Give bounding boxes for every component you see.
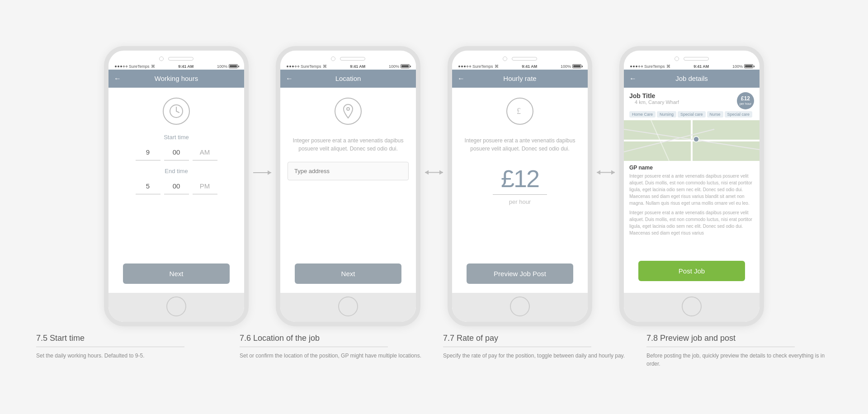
- screen-hourly: £ Integer posuere erat a ante venenatis …: [452, 88, 588, 293]
- header-title-2: Location: [335, 75, 361, 82]
- carrier-1: SureTemps: [129, 64, 150, 69]
- screen-location: Integer posuere erat a ante venenatis da…: [280, 88, 416, 293]
- signal-dots-2: [287, 66, 299, 67]
- carrier-3: SureTemps: [472, 64, 493, 69]
- back-arrow-1[interactable]: ←: [114, 75, 121, 83]
- d3: [292, 66, 294, 67]
- screen-job-details: Job Title 4 km, Canary Wharf £12 per hou…: [624, 88, 760, 293]
- d3: [464, 66, 466, 67]
- battery-pct-4: 100%: [732, 64, 743, 69]
- status-bar-2: SureTemps ⌘ 9:41 AM 100%: [280, 63, 416, 70]
- status-left-2: SureTemps ⌘: [287, 64, 327, 69]
- battery-icon-2: [401, 64, 410, 68]
- preview-job-button[interactable]: Preview Job Post: [467, 263, 573, 284]
- pound-icon: £: [506, 98, 533, 125]
- next-button-2[interactable]: Next: [295, 263, 401, 284]
- address-input[interactable]: [288, 162, 409, 180]
- camera-3: [503, 56, 507, 61]
- home-button-1[interactable]: [166, 296, 186, 316]
- signal-dots-4: [630, 66, 643, 67]
- back-arrow-2[interactable]: ←: [286, 75, 293, 83]
- phone-location: SureTemps ⌘ 9:41 AM 100% ← Location: [276, 46, 420, 326]
- desc-number-1: 7.5 Start time: [36, 334, 222, 343]
- location-pin-icon: [335, 98, 362, 125]
- start-time-row[interactable]: [108, 144, 244, 160]
- desc-block-4: 7.8 Preview job and post Before posting …: [637, 334, 841, 368]
- tag-specialcare2: Special care: [725, 111, 753, 118]
- arrow-line-2: [425, 172, 443, 173]
- end-hours-input[interactable]: [136, 178, 160, 194]
- d5: [297, 66, 299, 67]
- app-header-2: ← Location: [280, 70, 416, 88]
- job-location: 4 km, Canary Wharf: [629, 99, 684, 108]
- app-header-1: ← Working hours: [108, 70, 244, 88]
- d5: [641, 66, 643, 67]
- time-2: 9:41 AM: [350, 64, 365, 69]
- start-ampm-input[interactable]: [193, 144, 217, 160]
- status-left-4: SureTemps ⌘: [630, 64, 670, 69]
- svg-text:£: £: [517, 107, 521, 116]
- screen-working-hours: Start time End time Next: [108, 88, 244, 293]
- arrow-line-3: [597, 172, 615, 173]
- battery-icon-4: [744, 64, 753, 68]
- gp-description-2: Integer posuere erat a ante venenatis da…: [624, 207, 760, 236]
- desc-block-2: 7.6 Location of the job Set or confirm t…: [231, 334, 434, 368]
- time-3: 9:41 AM: [522, 64, 537, 69]
- battery-fill-2: [401, 65, 409, 67]
- home-button-2[interactable]: [338, 296, 358, 316]
- rate-underline: [493, 194, 547, 195]
- desc-divider-4: [646, 347, 795, 348]
- home-button-3[interactable]: [510, 296, 530, 316]
- time-1: 9:41 AM: [178, 64, 193, 69]
- status-left-1: SureTemps ⌘: [115, 64, 155, 69]
- desc-block-1: 7.5 Start time Set the daily working hou…: [27, 334, 231, 368]
- end-ampm-input[interactable]: [193, 178, 217, 194]
- rate-display: £12: [452, 157, 588, 193]
- dot4: [123, 66, 125, 67]
- job-title-row: Job Title 4 km, Canary Wharf £12 per hou…: [624, 88, 760, 111]
- location-icon-area: [280, 88, 416, 129]
- job-details-content: Job Title 4 km, Canary Wharf £12 per hou…: [624, 88, 760, 258]
- job-title: Job Title: [629, 92, 684, 99]
- arrow-line-1: [253, 172, 271, 173]
- phone-top-bar-1: [108, 51, 244, 63]
- end-time-row[interactable]: [108, 178, 244, 194]
- start-hours-input[interactable]: [136, 144, 160, 160]
- phone-working-hours-wrapper: SureTemps ⌘ 9:41 AM 100% ← Working hours: [104, 46, 276, 326]
- desc-divider-3: [443, 347, 591, 348]
- location-body-text: Integer posuere erat a ante venenatis da…: [280, 129, 416, 157]
- back-arrow-3[interactable]: ←: [458, 75, 465, 83]
- header-title-1: Working hours: [155, 75, 198, 82]
- battery-pct-1: 100%: [217, 64, 227, 69]
- header-title-4: Job details: [675, 75, 708, 82]
- start-minutes-input[interactable]: [164, 144, 189, 160]
- job-price-badge: £12 per hour: [737, 92, 754, 109]
- dot2: [118, 66, 119, 67]
- desc-number-4: 7.8 Preview job and post: [646, 334, 832, 343]
- camera-4: [675, 56, 679, 61]
- phones-row: SureTemps ⌘ 9:41 AM 100% ← Working hours: [0, 46, 868, 326]
- d1: [287, 66, 288, 67]
- end-minutes-input[interactable]: [164, 178, 189, 194]
- speaker-1: [168, 57, 193, 61]
- status-right-3: 100%: [561, 64, 581, 69]
- carrier-2: SureTemps: [301, 64, 321, 69]
- speaker-3: [512, 57, 537, 61]
- page-container: SureTemps ⌘ 9:41 AM 100% ← Working hours: [0, 46, 868, 368]
- tag-nursing: Nursing: [657, 111, 676, 118]
- home-button-4[interactable]: [682, 296, 702, 316]
- phone-top-bar-4: [624, 51, 760, 63]
- app-header-3: ← Hourly rate: [452, 70, 588, 88]
- signal-dots-3: [458, 66, 471, 67]
- post-job-button[interactable]: Post Job: [638, 261, 745, 281]
- desc-divider-1: [36, 347, 184, 348]
- phone-location-wrapper: SureTemps ⌘ 9:41 AM 100% ← Location: [276, 46, 448, 326]
- speaker-2: [340, 57, 365, 61]
- home-area-4: [624, 293, 760, 322]
- home-area-3: [452, 293, 588, 322]
- app-header-4: ← Job details: [624, 70, 760, 88]
- desc-text-2: Set or confirm the location of the posit…: [240, 352, 425, 360]
- back-arrow-4[interactable]: ←: [629, 75, 637, 83]
- d4: [295, 66, 297, 67]
- next-button-1[interactable]: Next: [123, 263, 230, 284]
